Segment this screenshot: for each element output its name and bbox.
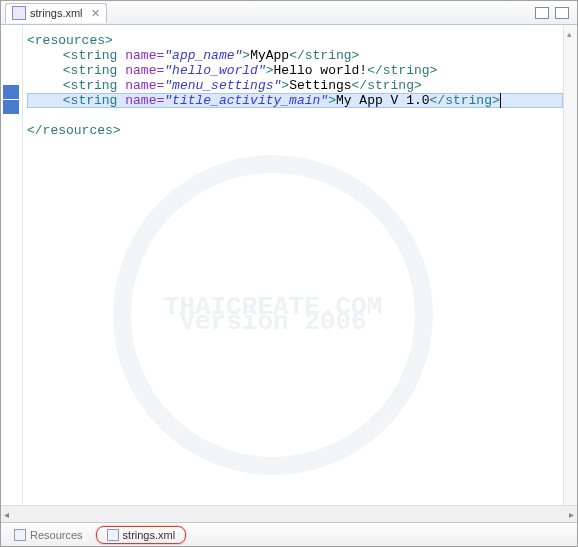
watermark-line1: THAICREATE.COM [164, 300, 382, 315]
tag-close: </resources> [27, 123, 121, 138]
code-line [27, 108, 563, 123]
bottom-tab-label: Resources [30, 529, 83, 541]
file-tab[interactable]: strings.xml ✕ [5, 3, 107, 23]
editor-area[interactable]: <resources> <string name="app_name">MyAp… [1, 25, 577, 505]
editor-window: strings.xml ✕ <resources> <string name="… [0, 0, 578, 547]
watermark: THAICREATE.COM Version 2006 [113, 155, 433, 475]
tag-open: <resources> [27, 33, 113, 48]
overview-ruler[interactable]: ▴ [563, 25, 577, 505]
xml-file-icon [12, 6, 26, 20]
code-line: <string name="menu_settings">Settings</s… [27, 78, 563, 93]
watermark-line2: Version 2006 [179, 315, 366, 330]
code-line: <resources> [27, 33, 563, 48]
maximize-view-icon[interactable] [555, 7, 569, 19]
gutter [1, 25, 23, 505]
scroll-left-icon[interactable]: ◂ [4, 509, 9, 520]
minimize-view-icon[interactable] [535, 7, 549, 19]
change-marker-icon [3, 85, 19, 99]
tab-bar: strings.xml ✕ [1, 1, 577, 25]
overview-arrow-icon: ▴ [567, 29, 572, 39]
close-icon[interactable]: ✕ [91, 7, 100, 20]
horizontal-scrollbar[interactable]: ◂ ▸ [1, 505, 577, 522]
xml-icon [107, 529, 119, 541]
code-line: <string name="hello_world">Hello world!<… [27, 63, 563, 78]
code-content[interactable]: <resources> <string name="app_name">MyAp… [23, 25, 563, 505]
scroll-right-icon[interactable]: ▸ [569, 509, 574, 520]
bottom-tab-strings[interactable]: strings.xml [96, 526, 187, 544]
tabbar-controls [535, 7, 573, 19]
tab-title: strings.xml [30, 7, 83, 19]
code-line: <string name="app_name">MyApp</string> [27, 48, 563, 63]
bottom-tab-bar: Resources strings.xml [1, 522, 577, 546]
code-line-current: <string name="title_activity_main">My Ap… [27, 93, 563, 108]
change-marker-icon [3, 100, 19, 114]
bottom-tab-label: strings.xml [123, 529, 176, 541]
resources-icon [14, 529, 26, 541]
bottom-tab-resources[interactable]: Resources [7, 526, 90, 544]
code-line: </resources> [27, 123, 563, 138]
